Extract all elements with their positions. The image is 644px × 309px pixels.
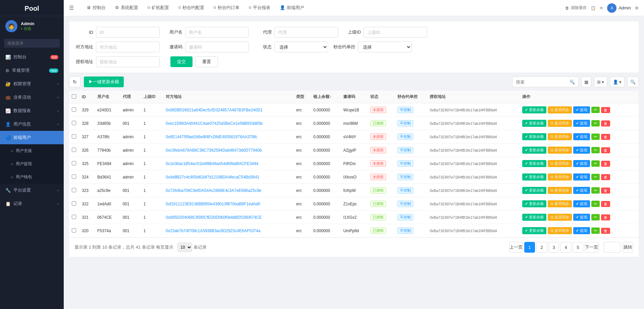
page-jump-input[interactable] <box>604 242 621 253</box>
address-link[interactable]: 0x23ab7b7df709c1A5938B3ac8D2923c4E6AF537… <box>166 228 260 233</box>
search-box[interactable]: 🔍 <box>512 76 579 87</box>
sync-btn[interactable]: ⊡ 是否同步 <box>548 147 572 154</box>
column-layout-btn[interactable]: ▦ <box>581 76 591 87</box>
update-balance-btn[interactable]: ✔ 更新余额 <box>522 200 546 207</box>
search-input[interactable] <box>516 80 570 85</box>
status-select[interactable]: 选择 已授权 未授权 <box>274 42 328 52</box>
sidebar-item-dashboard[interactable]: 📊 控制台 hot <box>0 50 64 64</box>
sidebar-item-business[interactable]: 💼 业务活动 › <box>0 91 64 104</box>
sync-btn[interactable]: ⊡ 是否同步 <box>548 187 572 194</box>
row-checkbox[interactable] <box>72 134 76 139</box>
menu-toggle-icon[interactable]: ☰ <box>69 5 74 11</box>
invite-code-input[interactable] <box>185 42 249 52</box>
edit-btn[interactable]: ✏ <box>591 107 600 113</box>
sidebar-item-user-info[interactable]: 👤 用户信息 › <box>0 117 64 131</box>
sync-btn[interactable]: ⊡ 是否同步 <box>548 133 572 140</box>
settings-btn[interactable]: ⚙ <box>635 6 639 10</box>
submit-button[interactable]: 提交 <box>170 56 193 67</box>
update-balance-btn[interactable]: ✔ 更新余额 <box>522 133 546 140</box>
address-link[interactable]: 0x1b36ac1B54ec51b4f8B49a454d6f9a8fACFE34… <box>166 161 258 166</box>
edit-btn[interactable]: ✏ <box>591 147 600 153</box>
sidebar-item-frontend-user[interactable]: 🔵 前端用户 <box>0 131 64 144</box>
row-checkbox[interactable] <box>72 121 76 125</box>
edit-btn[interactable]: ✏ <box>591 187 600 194</box>
row-checkbox[interactable] <box>72 174 76 179</box>
update-balance-btn[interactable]: ✔ 更新余额 <box>522 106 546 113</box>
withdraw-btn[interactable]: ✔ 提现 <box>573 200 590 207</box>
address-link[interactable]: 0x685D204068C85f0CfED0D060f0e8d8D5390674… <box>166 215 262 220</box>
address-link[interactable]: 0xf1811123E8136BB950e439013fB70baB8F1edA… <box>166 202 260 206</box>
search-icon-btn[interactable]: 🔍 <box>627 76 639 87</box>
address-link[interactable]: 0xec1D993A40441C4ae07425a5BeCe1e58B933d6… <box>166 121 263 126</box>
sidebar-item-user-withdraw[interactable]: ○ 用户提现 <box>0 157 64 170</box>
withdraw-btn[interactable]: ✔ 提现 <box>573 133 590 140</box>
sidebar-item-user-recharge[interactable]: ○ 用户充值 <box>0 144 64 157</box>
row-checkbox[interactable] <box>72 228 76 233</box>
page-btn-5[interactable]: 5 <box>573 242 583 253</box>
delete-btn[interactable]: 🗑 <box>601 134 610 140</box>
withdraw-btn[interactable]: ✔ 提现 <box>573 187 590 194</box>
contract-badge[interactable]: 不控制 <box>397 227 413 234</box>
address-link[interactable]: 0x4d8B27c4c905d62df7d12198DA4fecaC54Bd36… <box>166 175 259 179</box>
delete-btn[interactable]: 🗑 <box>601 214 610 220</box>
delete-btn[interactable]: 🗑 <box>601 201 610 207</box>
sidebar-item-platform-settings[interactable]: 🔧 平台设置 › <box>0 184 64 197</box>
sync-btn[interactable]: ⊡ 是否同步 <box>548 173 572 181</box>
nav-item-console[interactable]: 🖥 控制台 <box>82 0 110 16</box>
nav-item-frontend-user[interactable]: 👤 前端用户 <box>275 0 309 16</box>
page-size-select[interactable]: 10 20 50 <box>177 243 192 252</box>
select-all-checkbox[interactable] <box>72 94 76 99</box>
delete-btn[interactable]: 🗑 <box>601 147 610 153</box>
update-balance-btn[interactable]: ✔ 更新余额 <box>522 227 546 234</box>
contract-single-select[interactable]: 选择 <box>358 42 412 52</box>
update-balance-btn[interactable]: ✔ 更新余额 <box>522 214 546 221</box>
sync-btn[interactable]: ⊡ 是否同步 <box>548 227 572 234</box>
address-link[interactable]: 0x7264ba706C9efDA54Ac2668E4c3A7eE686a25c… <box>166 188 261 193</box>
sidebar-item-permission[interactable]: 🔐 权限管理 › <box>0 77 64 91</box>
page-btn-2[interactable]: 2 <box>536 242 547 253</box>
withdraw-btn[interactable]: ✔ 提现 <box>573 214 590 221</box>
page-btn-4[interactable]: 4 <box>560 242 571 253</box>
update-balance-btn[interactable]: ✔ 更新余额 <box>522 187 546 194</box>
withdraw-btn[interactable]: ✔ 提现 <box>573 160 590 167</box>
sync-btn[interactable]: ⊡ 是否同步 <box>548 214 572 221</box>
sidebar-item-data-report[interactable]: 📈 数据报表 › <box>0 104 64 117</box>
delete-btn[interactable]: 🗑 <box>601 188 610 194</box>
withdraw-btn[interactable]: ✔ 提现 <box>573 147 590 154</box>
contract-badge[interactable]: 不控制 <box>397 134 413 140</box>
contract-badge[interactable]: 不控制 <box>397 174 413 180</box>
contract-badge[interactable]: 不控制 <box>397 160 413 167</box>
grid-layout-btn[interactable]: ⊞ ▾ <box>594 76 607 87</box>
contract-badge[interactable]: 不控制 <box>397 214 413 220</box>
nav-item-platform-report[interactable]: 平台报表 <box>244 0 275 16</box>
row-checkbox[interactable] <box>72 188 76 192</box>
copy-btn[interactable]: 📋 <box>591 6 596 10</box>
delete-btn[interactable]: 🗑 <box>601 161 610 167</box>
row-checkbox[interactable] <box>72 148 76 152</box>
sync-btn[interactable]: ⊡ 是否同步 <box>548 120 572 127</box>
id-input[interactable] <box>96 27 160 38</box>
withdraw-btn[interactable]: ✔ 提现 <box>573 227 590 234</box>
counterparty-input[interactable] <box>96 42 160 52</box>
page-btn-3[interactable]: 3 <box>548 242 559 253</box>
refresh-button[interactable]: ↻ <box>69 76 80 87</box>
row-checkbox[interactable] <box>72 201 76 206</box>
reset-button[interactable]: 重置 <box>195 56 218 67</box>
contract-badge[interactable]: 不控制 <box>397 187 413 194</box>
sidebar-search-input[interactable] <box>4 39 60 48</box>
withdraw-btn[interactable]: ✔ 提现 <box>573 173 590 181</box>
clear-cache-btn[interactable]: 🗑 清除缓存 <box>565 5 587 11</box>
sidebar-item-logs[interactable]: 📋 记录 › <box>0 197 64 210</box>
row-checkbox[interactable] <box>72 161 76 165</box>
contract-badge[interactable]: 不控制 <box>397 120 413 126</box>
edit-btn[interactable]: ✏ <box>591 214 600 220</box>
next-page-btn[interactable]: 下一页 <box>585 242 598 253</box>
nav-item-contract-config[interactable]: 秒合约配置 <box>174 0 209 16</box>
delete-btn[interactable]: 🗑 <box>601 120 610 126</box>
row-checkbox[interactable] <box>72 215 76 219</box>
delete-btn[interactable]: 🗑 <box>601 107 610 113</box>
nav-item-miner-config[interactable]: 矿机配置 <box>143 0 174 16</box>
edit-btn[interactable]: ✏ <box>591 120 600 126</box>
sync-btn[interactable]: ⊡ 是否同步 <box>548 200 572 207</box>
contract-badge[interactable]: 不控制 <box>397 107 413 113</box>
